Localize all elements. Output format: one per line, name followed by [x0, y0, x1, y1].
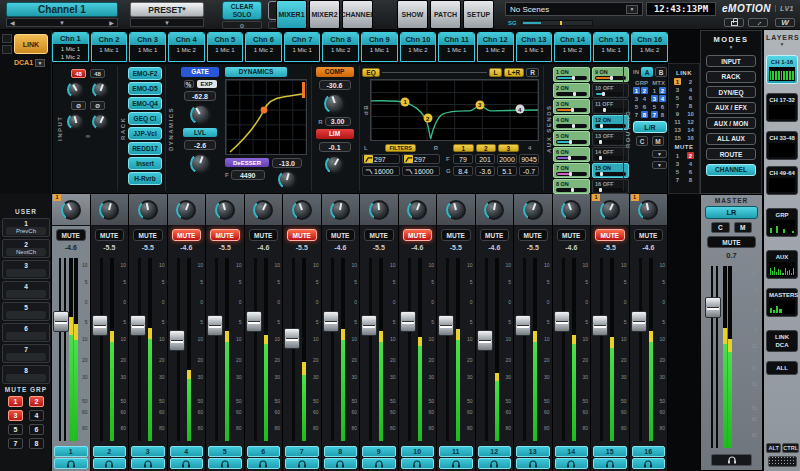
channel-number[interactable]: 6 — [247, 446, 281, 457]
rack-slot-4[interactable]: GEQ Cl — [128, 112, 162, 125]
mute-button[interactable]: MUTE — [557, 229, 587, 241]
input-trim-knob-l[interactable] — [67, 113, 84, 130]
pan-knob[interactable] — [446, 200, 466, 220]
channel-dropdown-icon[interactable]: ▼ — [59, 20, 65, 26]
channel-tab-6[interactable]: Chn 61 Mic 2 — [245, 32, 282, 62]
app-tab-mixer1[interactable]: MIXER1 — [276, 0, 307, 29]
mute-button[interactable]: MUTE — [595, 229, 625, 241]
headphone-button[interactable] — [247, 458, 281, 469]
pan-knob[interactable] — [61, 200, 81, 220]
link-group-16[interactable]: 16 — [687, 134, 694, 141]
eq-band-4-dot[interactable]: 4 — [515, 105, 524, 114]
layers-caret-icon[interactable]: ▼ — [766, 41, 798, 47]
clear-solo-button[interactable]: CLEAR SOLO — [222, 1, 262, 20]
channel-number[interactable]: 13 — [516, 446, 550, 457]
aux-send-slider[interactable] — [556, 156, 587, 160]
rail-mini-button-1[interactable] — [2, 34, 12, 43]
master-fader-cap[interactable] — [705, 297, 721, 318]
headphone-button[interactable] — [208, 458, 242, 469]
comp-threshold-value[interactable]: -30.6 — [319, 80, 351, 90]
eq-band-3-dot[interactable]: 3 — [475, 100, 484, 109]
eq-band-3-header[interactable]: 3 — [498, 144, 519, 152]
mtx-assign-2[interactable]: 2 — [659, 87, 666, 94]
fader-track[interactable] — [136, 258, 143, 441]
aux-send-slider[interactable] — [556, 108, 587, 112]
mute-group-7[interactable]: 7 — [674, 176, 681, 183]
mute-group-2[interactable]: 2 — [687, 152, 694, 159]
channel-number[interactable]: 8 — [324, 446, 358, 457]
mute-button[interactable]: MUTE — [518, 229, 548, 241]
channel-tab-1[interactable]: Chn 11 Mic 11 Mic 2 — [52, 32, 89, 62]
user-button-7[interactable]: 7 — [2, 344, 50, 363]
mute-button[interactable]: MUTE — [364, 229, 394, 241]
channel-number[interactable]: 5 — [208, 446, 242, 457]
grp-assign-6[interactable]: 6 — [641, 103, 648, 110]
deesser-freq-value[interactable]: 4490 — [231, 170, 265, 180]
layer-all[interactable]: ALL — [766, 361, 798, 375]
channel-tab-5[interactable]: Chn 51 Mic 1 — [207, 32, 244, 62]
channel-tab-15[interactable]: Chn 151 Mic 1 — [593, 32, 630, 62]
channel-tab-11[interactable]: Chn 111 Mic 1 — [438, 32, 475, 62]
headphone-button[interactable] — [131, 458, 165, 469]
mute-group-8[interactable]: 8 — [687, 176, 694, 183]
phase-button-1[interactable]: Ø — [71, 101, 86, 110]
grp-assign-7[interactable]: 7 — [633, 111, 640, 118]
aux-send-slider[interactable] — [556, 92, 587, 96]
fader-cap[interactable] — [400, 311, 416, 332]
ctrl-button[interactable]: CTRL — [782, 443, 799, 453]
channel-number[interactable]: 16 — [632, 446, 666, 457]
mute-grp-button-6[interactable]: 6 — [29, 424, 44, 435]
rack-slot-6[interactable]: REDD17 — [128, 142, 162, 155]
rail-mini-button-2[interactable] — [2, 45, 12, 54]
channel-tab-13[interactable]: Chn 131 Mic 1 — [516, 32, 553, 62]
grp-assign-4[interactable]: 4 — [641, 95, 648, 102]
app-tab-mixer2[interactable]: MIXER2 — [309, 0, 340, 29]
grp-assign-3[interactable]: 3 — [633, 95, 640, 102]
mute-button[interactable]: MUTE — [480, 229, 510, 241]
link-group-14[interactable]: 14 — [687, 126, 694, 133]
clear-solo-settings-gear-icon[interactable]: ⚙ — [222, 21, 262, 29]
channel-number[interactable]: 7 — [285, 446, 319, 457]
aux-send-7[interactable]: 7 ON — [553, 163, 590, 178]
aux-send-5[interactable]: 5 ON — [553, 131, 590, 146]
aux-send-2[interactable]: 2 ON — [553, 83, 590, 98]
gate-lvl-button[interactable]: LVL — [183, 128, 217, 137]
fader-track[interactable] — [98, 258, 105, 441]
lpf-right[interactable]: 16000 — [402, 166, 440, 176]
rack-slot-5[interactable]: JJP-Vcl — [128, 127, 162, 140]
eq-graph[interactable]: 1234 — [370, 79, 539, 141]
link-button[interactable]: LINK — [14, 34, 48, 54]
channel-tab-14[interactable]: Chn 141 Mic 2 — [554, 32, 591, 62]
hpf-right[interactable]: 297 — [402, 154, 440, 164]
aux-send-slider[interactable] — [595, 76, 626, 80]
user-button-4[interactable]: 4 — [2, 281, 50, 300]
prev-channel-arrow-icon[interactable]: ◀ — [10, 19, 15, 26]
eq-band-4-freq[interactable]: 9045 — [519, 154, 539, 164]
user-button-2[interactable]: 2NextCh — [2, 239, 50, 258]
channel-tab-3[interactable]: Chn 31 Mic 1 — [129, 32, 166, 62]
eq-band-3-gain[interactable]: 5.1 — [497, 166, 517, 176]
eq-band-1-gain[interactable]: 8.4 — [453, 166, 473, 176]
routing-c-button[interactable]: C — [636, 136, 648, 146]
aux-send-3[interactable]: 3 ON — [553, 99, 590, 114]
channel-tab-7[interactable]: Chn 71 Mic 1 — [284, 32, 321, 62]
link-group-12[interactable]: 12 — [687, 118, 694, 125]
link-group-4[interactable]: 4 — [687, 86, 694, 93]
mute-button[interactable]: MUTE — [95, 229, 125, 241]
input-gain-knob-r[interactable] — [92, 81, 109, 98]
pan-knob[interactable] — [292, 200, 312, 220]
fader-cap[interactable] — [515, 315, 531, 336]
eq-band-4-header[interactable]: 4 — [521, 144, 540, 152]
channel-number[interactable]: 11 — [439, 446, 473, 457]
app-tab-channel[interactable]: CHANNEL — [342, 0, 373, 29]
pan-knob[interactable] — [561, 200, 581, 220]
grp-assign-2[interactable]: 2 — [641, 87, 648, 94]
channel-tab-4[interactable]: Chn 41 Mic 2 — [168, 32, 205, 62]
user-button-1[interactable]: 1PrevCh — [2, 218, 50, 237]
gate-header[interactable]: GATE — [181, 67, 219, 77]
pan-knob[interactable] — [369, 200, 389, 220]
pan-knob[interactable] — [407, 200, 427, 220]
mute-grp-button-4[interactable]: 4 — [29, 410, 44, 421]
link-group-3[interactable]: 3 — [674, 86, 681, 93]
gate-threshold-knob[interactable] — [190, 104, 211, 125]
